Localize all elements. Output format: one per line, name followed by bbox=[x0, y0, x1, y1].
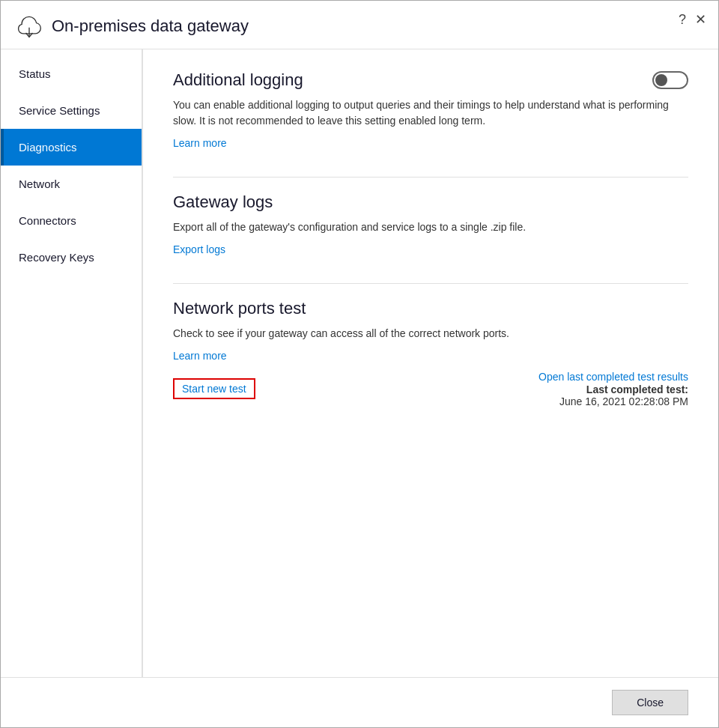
last-completed-info: Last completed test: June 16, 2021 02:28… bbox=[539, 383, 688, 407]
additional-logging-title: Additional logging bbox=[173, 70, 688, 90]
sidebar-item-service-settings[interactable]: Service Settings bbox=[1, 92, 142, 129]
additional-logging-toggle[interactable] bbox=[652, 71, 688, 89]
footer: Close bbox=[1, 677, 718, 727]
last-completed-date: June 16, 2021 02:28:08 PM bbox=[559, 395, 688, 407]
start-new-test-button[interactable]: Start new test bbox=[173, 378, 255, 399]
test-actions-left: Start new test bbox=[173, 378, 261, 399]
divider-2 bbox=[173, 283, 688, 284]
title-bar: On-premises data gateway ? ✕ bbox=[1, 1, 718, 49]
main-content: Additional logging You can enable additi… bbox=[143, 49, 718, 677]
sidebar-item-status[interactable]: Status bbox=[1, 55, 142, 92]
main-window: On-premises data gateway ? ✕ Status Serv… bbox=[0, 0, 719, 728]
app-icon bbox=[16, 13, 43, 40]
additional-logging-learn-more[interactable]: Learn more bbox=[173, 137, 227, 149]
window-controls: ? ✕ bbox=[679, 11, 706, 28]
network-ports-test-desc: Check to see if your gateway can access … bbox=[173, 326, 688, 342]
last-completed-label: Last completed test: bbox=[586, 383, 688, 395]
gateway-logs-section: Gateway logs Export all of the gateway's… bbox=[173, 192, 688, 256]
sidebar-item-diagnostics[interactable]: Diagnostics bbox=[1, 129, 142, 166]
test-actions-right: Open last completed test results Last co… bbox=[539, 370, 688, 407]
sidebar: Status Service Settings Diagnostics Netw… bbox=[1, 49, 143, 677]
test-row: Start new test Open last completed test … bbox=[173, 370, 688, 407]
toggle-knob bbox=[655, 74, 667, 86]
sidebar-item-connectors[interactable]: Connectors bbox=[1, 202, 142, 239]
close-button[interactable]: Close bbox=[612, 690, 688, 715]
open-last-results-link[interactable]: Open last completed test results bbox=[539, 371, 688, 383]
sidebar-item-network[interactable]: Network bbox=[1, 166, 142, 202]
network-ports-test-section: Network ports test Check to see if your … bbox=[173, 299, 688, 407]
export-logs-link[interactable]: Export logs bbox=[173, 243, 225, 255]
additional-logging-section: Additional logging You can enable additi… bbox=[173, 70, 688, 150]
sidebar-item-recovery-keys[interactable]: Recovery Keys bbox=[1, 239, 142, 276]
close-button[interactable]: ✕ bbox=[695, 11, 706, 28]
gateway-logs-title: Gateway logs bbox=[173, 192, 688, 212]
network-ports-test-title: Network ports test bbox=[173, 299, 688, 318]
help-button[interactable]: ? bbox=[679, 12, 686, 28]
additional-logging-desc: You can enable additional logging to out… bbox=[173, 97, 688, 129]
content-area: Status Service Settings Diagnostics Netw… bbox=[1, 49, 718, 677]
window-title: On-premises data gateway bbox=[52, 16, 249, 36]
network-ports-learn-more[interactable]: Learn more bbox=[173, 350, 227, 362]
divider-1 bbox=[173, 177, 688, 178]
gateway-logs-desc: Export all of the gateway's configuratio… bbox=[173, 219, 688, 235]
